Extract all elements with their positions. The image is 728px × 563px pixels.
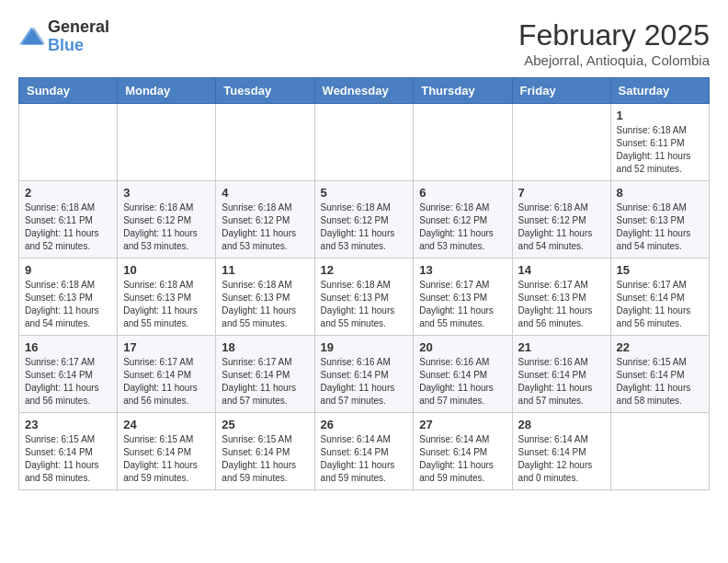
day-number: 17 (123, 340, 210, 354)
calendar-cell: 17Sunrise: 6:17 AM Sunset: 6:14 PM Dayli… (118, 336, 216, 413)
calendar-cell: 22Sunrise: 6:15 AM Sunset: 6:14 PM Dayli… (610, 336, 709, 413)
day-number: 10 (123, 263, 210, 277)
day-info: Sunrise: 6:15 AM Sunset: 6:14 PM Dayligh… (25, 433, 111, 485)
day-number: 13 (419, 263, 506, 277)
calendar-table: SundayMondayTuesdayWednesdayThursdayFrid… (18, 77, 710, 490)
calendar-week-row: 1Sunrise: 6:18 AM Sunset: 6:11 PM Daylig… (19, 104, 710, 181)
calendar-cell: 16Sunrise: 6:17 AM Sunset: 6:14 PM Dayli… (19, 336, 118, 413)
day-number: 6 (419, 186, 506, 200)
day-info: Sunrise: 6:18 AM Sunset: 6:12 PM Dayligh… (518, 201, 605, 253)
calendar-cell: 18Sunrise: 6:17 AM Sunset: 6:14 PM Dayli… (216, 336, 314, 413)
calendar-cell: 4Sunrise: 6:18 AM Sunset: 6:12 PM Daylig… (216, 181, 314, 259)
calendar-week-row: 23Sunrise: 6:15 AM Sunset: 6:14 PM Dayli… (19, 413, 710, 490)
logo-general: General (48, 17, 109, 36)
weekday-header-row: SundayMondayTuesdayWednesdayThursdayFrid… (19, 78, 710, 104)
day-number: 7 (518, 186, 605, 200)
weekday-header: Thursday (414, 78, 512, 104)
day-number: 23 (25, 418, 111, 431)
calendar-cell: 11Sunrise: 6:18 AM Sunset: 6:13 PM Dayli… (216, 259, 314, 336)
logo: General Blue (18, 18, 109, 55)
day-info: Sunrise: 6:17 AM Sunset: 6:13 PM Dayligh… (419, 279, 506, 330)
day-number: 9 (25, 263, 111, 277)
calendar-cell: 21Sunrise: 6:16 AM Sunset: 6:14 PM Dayli… (512, 336, 610, 413)
calendar-cell: 2Sunrise: 6:18 AM Sunset: 6:11 PM Daylig… (19, 181, 118, 259)
page-header: General Blue February 2025 Abejorral, An… (18, 18, 710, 68)
calendar-cell: 20Sunrise: 6:16 AM Sunset: 6:14 PM Dayli… (414, 336, 512, 413)
calendar-cell (216, 104, 314, 181)
calendar-cell: 7Sunrise: 6:18 AM Sunset: 6:12 PM Daylig… (512, 181, 610, 259)
day-info: Sunrise: 6:17 AM Sunset: 6:14 PM Dayligh… (25, 356, 111, 408)
title-block: February 2025 Abejorral, Antioquia, Colo… (518, 18, 710, 68)
calendar-cell: 1Sunrise: 6:18 AM Sunset: 6:11 PM Daylig… (610, 104, 709, 181)
day-info: Sunrise: 6:18 AM Sunset: 6:13 PM Dayligh… (222, 279, 308, 330)
calendar-cell: 5Sunrise: 6:18 AM Sunset: 6:12 PM Daylig… (314, 181, 414, 259)
calendar-week-row: 2Sunrise: 6:18 AM Sunset: 6:11 PM Daylig… (19, 181, 710, 259)
day-info: Sunrise: 6:14 AM Sunset: 6:14 PM Dayligh… (321, 433, 408, 485)
calendar-cell: 12Sunrise: 6:18 AM Sunset: 6:13 PM Dayli… (314, 259, 414, 336)
day-number: 3 (123, 186, 210, 200)
calendar-cell (610, 413, 709, 490)
day-number: 18 (222, 340, 308, 354)
calendar-cell: 26Sunrise: 6:14 AM Sunset: 6:14 PM Dayli… (314, 413, 414, 490)
calendar-cell: 13Sunrise: 6:17 AM Sunset: 6:13 PM Dayli… (414, 259, 512, 336)
calendar-cell: 15Sunrise: 6:17 AM Sunset: 6:14 PM Dayli… (610, 259, 709, 336)
day-info: Sunrise: 6:16 AM Sunset: 6:14 PM Dayligh… (419, 356, 506, 408)
calendar-cell: 8Sunrise: 6:18 AM Sunset: 6:13 PM Daylig… (610, 181, 709, 259)
calendar-cell: 28Sunrise: 6:14 AM Sunset: 6:14 PM Dayli… (512, 413, 610, 490)
logo-icon (18, 24, 44, 50)
day-info: Sunrise: 6:14 AM Sunset: 6:14 PM Dayligh… (518, 433, 605, 485)
day-number: 11 (222, 263, 308, 277)
calendar-cell: 23Sunrise: 6:15 AM Sunset: 6:14 PM Dayli… (19, 413, 118, 490)
location: Abejorral, Antioquia, Colombia (518, 52, 710, 68)
day-info: Sunrise: 6:16 AM Sunset: 6:14 PM Dayligh… (518, 356, 605, 408)
day-info: Sunrise: 6:18 AM Sunset: 6:12 PM Dayligh… (321, 201, 408, 253)
weekday-header: Sunday (19, 78, 118, 104)
calendar-cell: 10Sunrise: 6:18 AM Sunset: 6:13 PM Dayli… (118, 259, 216, 336)
calendar-cell (314, 104, 414, 181)
weekday-header: Saturday (610, 78, 709, 104)
weekday-header: Tuesday (216, 78, 314, 104)
calendar-cell: 24Sunrise: 6:15 AM Sunset: 6:14 PM Dayli… (118, 413, 216, 490)
day-info: Sunrise: 6:17 AM Sunset: 6:14 PM Dayligh… (222, 356, 308, 408)
day-number: 26 (321, 418, 408, 431)
day-number: 5 (321, 186, 408, 200)
calendar-cell (512, 104, 610, 181)
day-info: Sunrise: 6:18 AM Sunset: 6:13 PM Dayligh… (321, 279, 408, 330)
calendar-cell: 3Sunrise: 6:18 AM Sunset: 6:12 PM Daylig… (118, 181, 216, 259)
day-info: Sunrise: 6:18 AM Sunset: 6:11 PM Dayligh… (617, 124, 703, 176)
day-number: 2 (25, 186, 111, 200)
day-info: Sunrise: 6:18 AM Sunset: 6:13 PM Dayligh… (617, 201, 703, 253)
day-info: Sunrise: 6:15 AM Sunset: 6:14 PM Dayligh… (222, 433, 308, 485)
day-number: 15 (617, 263, 703, 277)
calendar-cell: 19Sunrise: 6:16 AM Sunset: 6:14 PM Dayli… (314, 336, 414, 413)
day-info: Sunrise: 6:18 AM Sunset: 6:13 PM Dayligh… (123, 279, 210, 330)
day-number: 22 (617, 340, 703, 354)
logo-text: General Blue (48, 18, 109, 55)
day-number: 4 (222, 186, 308, 200)
day-number: 19 (321, 340, 408, 354)
calendar-cell: 14Sunrise: 6:17 AM Sunset: 6:13 PM Dayli… (512, 259, 610, 336)
weekday-header: Friday (512, 78, 610, 104)
calendar-cell (19, 104, 118, 181)
weekday-header: Wednesday (314, 78, 414, 104)
calendar-week-row: 16Sunrise: 6:17 AM Sunset: 6:14 PM Dayli… (19, 336, 710, 413)
month-year: February 2025 (518, 18, 710, 52)
day-info: Sunrise: 6:18 AM Sunset: 6:12 PM Dayligh… (123, 201, 210, 253)
day-info: Sunrise: 6:18 AM Sunset: 6:11 PM Dayligh… (25, 201, 111, 253)
day-info: Sunrise: 6:17 AM Sunset: 6:14 PM Dayligh… (123, 356, 210, 408)
day-number: 14 (518, 263, 605, 277)
day-info: Sunrise: 6:17 AM Sunset: 6:13 PM Dayligh… (518, 279, 605, 330)
day-info: Sunrise: 6:15 AM Sunset: 6:14 PM Dayligh… (617, 356, 703, 408)
day-info: Sunrise: 6:17 AM Sunset: 6:14 PM Dayligh… (617, 279, 703, 330)
day-number: 8 (617, 186, 703, 200)
day-number: 12 (321, 263, 408, 277)
day-number: 28 (518, 418, 605, 431)
calendar-cell (118, 104, 216, 181)
logo-blue: Blue (48, 36, 84, 54)
day-info: Sunrise: 6:15 AM Sunset: 6:14 PM Dayligh… (123, 433, 210, 485)
day-number: 21 (518, 340, 605, 354)
day-number: 24 (123, 418, 210, 431)
day-number: 16 (25, 340, 111, 354)
day-info: Sunrise: 6:16 AM Sunset: 6:14 PM Dayligh… (321, 356, 408, 408)
day-info: Sunrise: 6:18 AM Sunset: 6:12 PM Dayligh… (222, 201, 308, 253)
